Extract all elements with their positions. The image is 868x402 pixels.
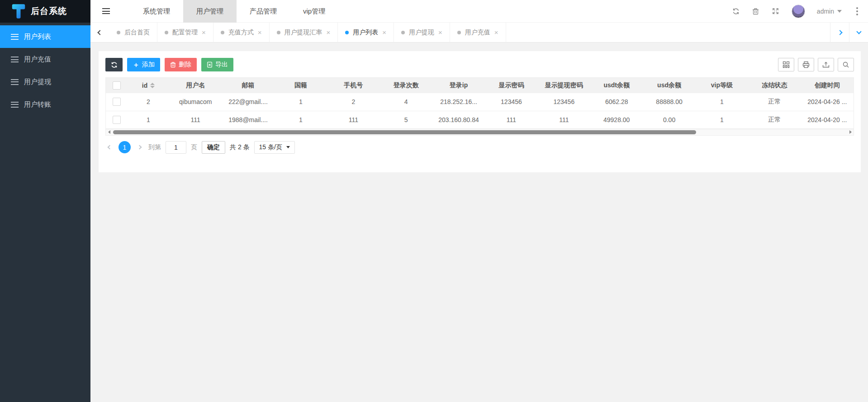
cell-login-ip: 218.252.16... bbox=[432, 93, 485, 111]
cell-email: 1988@mail.... bbox=[222, 111, 274, 128]
scrollbar-thumb[interactable] bbox=[113, 130, 696, 134]
tab-recharge-method[interactable]: 充值方式 × bbox=[213, 23, 270, 42]
tab-close-icon[interactable]: × bbox=[202, 29, 206, 36]
delete-button[interactable]: 删除 bbox=[165, 58, 197, 71]
column-header: 用户名 bbox=[169, 78, 222, 93]
column-header: 创建时间 bbox=[801, 78, 854, 93]
user-menu[interactable]: admin bbox=[817, 8, 842, 15]
delete-button-label: 删除 bbox=[179, 61, 191, 69]
tab-close-icon[interactable]: × bbox=[327, 29, 331, 36]
sidebar-item-user-list[interactable]: 用户列表 bbox=[0, 25, 90, 48]
tab-user-withdraw[interactable]: 用户提现 × bbox=[394, 23, 450, 42]
list-icon bbox=[11, 79, 19, 85]
tab-close-icon[interactable]: × bbox=[258, 29, 262, 36]
sidebar-item-user-withdraw[interactable]: 用户提现 bbox=[0, 71, 90, 93]
tab-label: 用户列表 bbox=[353, 28, 378, 37]
page-number-input[interactable] bbox=[166, 141, 186, 154]
nav-item-vip[interactable]: vip管理 bbox=[290, 0, 338, 23]
per-page-select[interactable]: 15 条/页 bbox=[254, 141, 295, 154]
column-header: 显示提现密码 bbox=[538, 78, 590, 93]
cell-nationality: 1 bbox=[275, 111, 327, 128]
sort-icon[interactable] bbox=[150, 83, 155, 88]
list-icon bbox=[11, 57, 19, 62]
cell-id: 2 bbox=[128, 93, 169, 111]
cell-usd-balance: 88888.00 bbox=[643, 93, 695, 111]
more-menu-icon[interactable] bbox=[856, 10, 858, 12]
next-page-button[interactable] bbox=[135, 146, 144, 149]
nav-item-user[interactable]: 用户管理 bbox=[183, 0, 237, 23]
cell-vip-level: 1 bbox=[696, 111, 748, 128]
tab-close-icon[interactable]: × bbox=[382, 29, 386, 36]
row-checkbox[interactable] bbox=[113, 116, 121, 124]
clear-cache-trash-icon[interactable] bbox=[752, 7, 760, 15]
tab-config[interactable]: 配置管理 × bbox=[157, 23, 213, 42]
column-header: usdt余额 bbox=[590, 78, 643, 93]
tab-close-icon[interactable]: × bbox=[494, 29, 498, 36]
print-button[interactable] bbox=[798, 58, 814, 71]
tabs-dropdown-button[interactable] bbox=[849, 23, 868, 42]
cell-withdraw-password: 123456 bbox=[538, 93, 590, 111]
tab-label: 配置管理 bbox=[172, 28, 198, 37]
sidebar-collapse-button[interactable] bbox=[90, 0, 122, 23]
prev-page-button[interactable] bbox=[105, 146, 114, 149]
columns-filter-button[interactable] bbox=[778, 58, 794, 71]
nav-item-system[interactable]: 系统管理 bbox=[130, 0, 183, 23]
column-header: vip等级 bbox=[696, 78, 748, 93]
export-button[interactable]: 导出 bbox=[201, 58, 233, 71]
column-header: 邮箱 bbox=[222, 78, 274, 93]
export-button-label: 导出 bbox=[215, 61, 228, 69]
tabs-scroll-right-button[interactable] bbox=[830, 23, 849, 42]
cell-vip-level: 1 bbox=[696, 93, 748, 111]
chevron-down-icon bbox=[837, 10, 842, 13]
table-row[interactable]: 2 qibumacom 222@gmail.... 1 2 4 218.252.… bbox=[106, 93, 854, 111]
tab-dot-icon bbox=[165, 31, 168, 34]
refresh-icon bbox=[111, 61, 118, 68]
refresh-button[interactable] bbox=[105, 58, 123, 71]
current-page-button[interactable]: 1 bbox=[119, 141, 131, 153]
add-button[interactable]: ＋ 添加 bbox=[127, 58, 160, 71]
tab-user-list[interactable]: 用户列表 × bbox=[338, 23, 394, 42]
cell-usdt-balance: 49928.00 bbox=[590, 111, 643, 128]
logo-icon bbox=[12, 4, 25, 19]
list-icon bbox=[11, 102, 19, 108]
column-header: 国籍 bbox=[275, 78, 327, 93]
table-row[interactable]: 1 111 1988@mail.... 1 111 5 203.160.80.8… bbox=[106, 111, 854, 128]
tab-user-recharge[interactable]: 用户充值 × bbox=[450, 23, 506, 42]
fullscreen-icon[interactable] bbox=[772, 7, 780, 15]
sidebar-item-user-recharge[interactable]: 用户充值 bbox=[0, 48, 90, 71]
cell-freeze-status: 正常 bbox=[748, 93, 801, 111]
cell-password: 123456 bbox=[485, 93, 537, 111]
tab-label: 用户提现汇率 bbox=[285, 28, 323, 37]
top-header: 系统管理 用户管理 产品管理 vip管理 admin bbox=[90, 0, 868, 23]
sidebar-item-user-transfer[interactable]: 用户转账 bbox=[0, 93, 90, 116]
tab-withdraw-rate[interactable]: 用户提现汇率 × bbox=[270, 23, 338, 42]
chevron-left-icon bbox=[97, 30, 102, 35]
select-all-checkbox[interactable] bbox=[113, 81, 121, 90]
per-page-label: 15 条/页 bbox=[259, 143, 282, 151]
horizontal-scrollbar[interactable] bbox=[105, 129, 854, 136]
user-table: id 用户名 邮箱 国籍 手机号 登录次数 登录ip 显示密码 显示提现密码 u… bbox=[105, 77, 854, 129]
user-avatar[interactable] bbox=[792, 5, 805, 18]
nav-item-product[interactable]: 产品管理 bbox=[237, 0, 290, 23]
total-count-label: 共 2 条 bbox=[230, 143, 250, 151]
goto-label: 到第 bbox=[148, 143, 161, 151]
search-button[interactable] bbox=[838, 58, 854, 71]
export-data-button[interactable] bbox=[818, 58, 834, 71]
column-header: 冻结状态 bbox=[748, 78, 801, 93]
scroll-left-arrow-icon[interactable] bbox=[106, 129, 112, 135]
row-checkbox[interactable] bbox=[113, 98, 121, 106]
tab-close-icon[interactable]: × bbox=[438, 29, 442, 36]
cell-nationality: 1 bbox=[275, 93, 327, 111]
tab-dot-icon bbox=[221, 31, 224, 34]
tabs-strip: 后台首页 配置管理 × 充值方式 × 用户提现汇率 × 用户列表 × 用户提现 … bbox=[109, 23, 830, 42]
tab-home[interactable]: 后台首页 bbox=[109, 23, 157, 42]
confirm-page-button[interactable]: 确定 bbox=[202, 141, 225, 154]
scroll-right-arrow-icon[interactable] bbox=[847, 129, 854, 135]
tab-dot-icon bbox=[277, 31, 280, 34]
add-button-label: 添加 bbox=[142, 61, 155, 69]
cell-freeze-status: 正常 bbox=[748, 111, 801, 128]
tab-dot-icon bbox=[401, 31, 405, 34]
tabs-scroll-left-button[interactable] bbox=[90, 23, 109, 42]
column-header: id bbox=[142, 82, 147, 89]
refresh-icon[interactable] bbox=[732, 7, 740, 15]
